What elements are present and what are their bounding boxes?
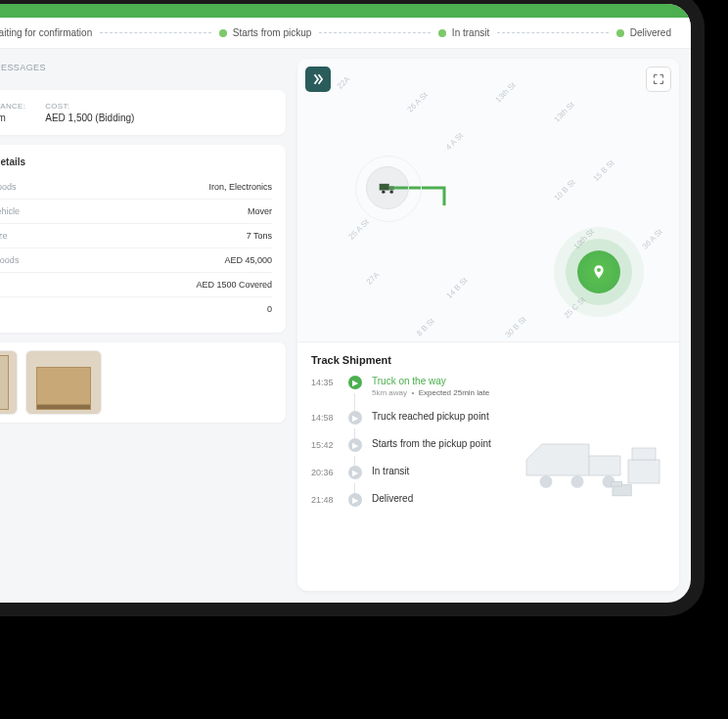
two-col-row: h Zayed Road, OTP: 2184 heikh Zayed Road… (0, 145, 286, 333)
track-sub: 5km away • Expected 25min late (372, 388, 665, 397)
dot-icon (616, 29, 624, 37)
play-icon: ▶ (348, 493, 362, 507)
thumb-2[interactable] (0, 350, 18, 415)
street-label: 25 A St (347, 217, 371, 241)
dot-icon (438, 29, 446, 37)
svg-rect-0 (380, 184, 389, 191)
origin-marker[interactable] (366, 166, 409, 209)
progress-line (100, 32, 211, 33)
goods-value: Mover (248, 206, 272, 216)
track-body: Truck on the way5km away • Expected 25mi… (372, 376, 665, 397)
label-distance: DISTANCE: (0, 102, 25, 111)
value-distance: 45km (0, 112, 25, 123)
svg-rect-10 (611, 481, 621, 486)
goods-details-card: Goods details Type of goodsIron, Electro… (0, 145, 286, 333)
info-distance: DISTANCE: 45km (0, 102, 25, 123)
progress-bar: Waiting for confirmation Starts from pic… (0, 18, 691, 49)
svg-point-7 (571, 475, 584, 488)
goods-label: Type of vehicle (0, 206, 20, 216)
play-icon: ▶ (348, 466, 362, 479)
destination-marker[interactable] (577, 250, 620, 293)
track-time: 15:42 (311, 438, 339, 450)
info-cost: COST: AED 1,500 (Bidding) (45, 102, 134, 123)
street-label: 27A (365, 270, 381, 286)
goods-label: Type of goods (0, 182, 17, 192)
value-cost: AED 1,500 (Bidding) (45, 112, 134, 123)
top-accent-bar (0, 4, 691, 18)
goods-row: Type of vehicleMover (0, 200, 272, 224)
goods-value: AED 45,000 (224, 255, 272, 265)
goods-table: Type of goodsIron, ElectronicsType of ve… (0, 175, 272, 321)
goods-row: Helpers0 (0, 297, 272, 321)
svg-point-6 (540, 475, 553, 488)
goods-value: 7 Tons (247, 231, 272, 241)
map-view[interactable]: 22A 26 A St 13th St 4 A St 13th St 25 A … (297, 59, 679, 342)
goods-value: AED 1500 Covered (196, 280, 272, 290)
street-label: 19th St (572, 227, 596, 250)
play-icon: ▶ (348, 376, 362, 389)
progress-step-waiting: Waiting for confirmation (0, 27, 92, 38)
svg-point-3 (390, 191, 393, 194)
svg-rect-5 (632, 448, 656, 460)
label-cost: COST: (45, 102, 134, 111)
track-shipment-panel: Track Shipment 14:35▶Truck on the way5km… (297, 342, 679, 528)
goods-value: 0 (267, 304, 272, 314)
dot-icon (219, 29, 227, 37)
thumb-3[interactable] (25, 350, 102, 415)
left-column: FO VEHICLE DETAILS MESSAGES SHIPMENT DAT… (0, 59, 286, 591)
route-line (297, 59, 591, 205)
track-time: 14:58 (311, 411, 339, 423)
track-item-title: Truck on the way (372, 376, 665, 386)
street-label: 8 B St (415, 317, 436, 338)
play-icon: ▶ (348, 438, 362, 452)
thumbnails (0, 350, 278, 415)
shipment-header-card: SHIPMENT DATE & TIME: 5 Jul, 2022; 1:45 … (0, 90, 286, 135)
app-screen: Waiting for confirmation Starts from pic… (0, 4, 691, 603)
progress-step-transit: In transit (438, 27, 489, 38)
goods-label: Vehicle size (0, 231, 8, 241)
tab-messages[interactable]: MESSAGES (0, 63, 46, 72)
track-row: 14:35▶Truck on the way5km away • Expecte… (311, 376, 665, 411)
street-label: 25 C St (563, 295, 587, 320)
thumbnails-card (0, 342, 286, 423)
progress-line (319, 32, 431, 33)
progress-line (497, 32, 609, 33)
detail-tabs: FO VEHICLE DETAILS MESSAGES (0, 59, 286, 80)
street-label: 14 B St (445, 276, 470, 300)
progress-step-delivered: Delivered (616, 27, 671, 38)
pin-icon (591, 264, 607, 280)
truck-icon (378, 180, 397, 196)
street-label: 30 B St (504, 315, 528, 339)
goods-row: Type of goodsIron, Electronics (0, 175, 272, 200)
truck-illustration (511, 419, 667, 517)
track-time: 20:36 (311, 466, 339, 477)
goods-row: Value of goodsAED 45,000 (0, 248, 272, 273)
svg-point-2 (382, 191, 385, 194)
goods-row: InsuranceAED 1500 Covered (0, 273, 272, 297)
track-time: 21:48 (311, 493, 339, 505)
goods-label: Value of goods (0, 255, 19, 265)
tablet-frame: Waiting for confirmation Starts from pic… (0, 0, 705, 616)
street-label: 15 B St (592, 158, 616, 183)
progress-step-pickup: Starts from pickup (219, 27, 312, 38)
goods-row: Vehicle size7 Tons (0, 224, 272, 248)
track-title: Track Shipment (311, 354, 665, 366)
track-time: 14:35 (311, 376, 339, 387)
content-area: FO VEHICLE DETAILS MESSAGES SHIPMENT DAT… (0, 49, 691, 601)
goods-value: Iron, Electronics (208, 182, 272, 192)
svg-rect-4 (628, 460, 660, 483)
right-panel: 22A 26 A St 13th St 4 A St 13th St 25 A … (297, 59, 679, 591)
play-icon: ▶ (348, 411, 362, 425)
goods-title: Goods details (0, 157, 272, 167)
fullscreen-button[interactable] (646, 67, 671, 92)
svg-rect-1 (389, 186, 394, 190)
street-label: 36 A St (641, 227, 664, 250)
fullscreen-icon (653, 73, 664, 85)
